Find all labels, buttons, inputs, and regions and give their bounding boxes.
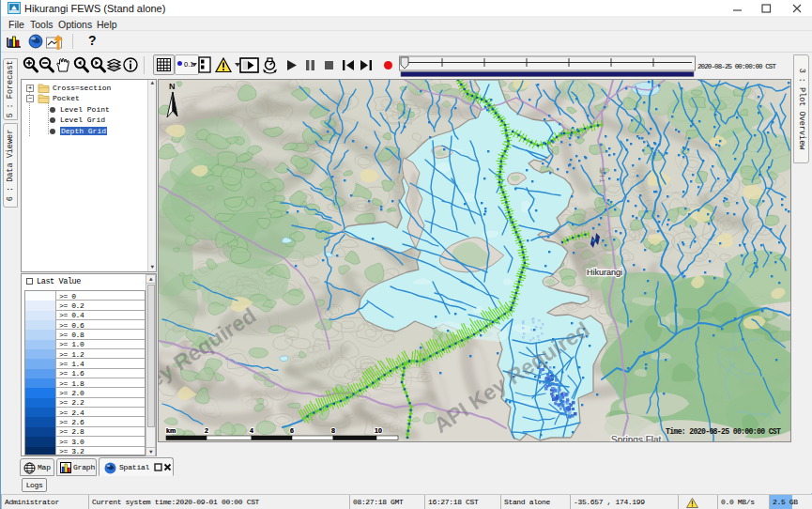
svg-text:N: N bbox=[169, 82, 176, 91]
svg-text:2020-08-25 00:00:00 CST: 2020-08-25 00:00:00 CST bbox=[697, 63, 776, 70]
svg-text:Springs Flat: Springs Flat bbox=[611, 435, 662, 441]
svg-text:6: 6 bbox=[290, 427, 294, 434]
svg-text:SH 1: SH 1 bbox=[598, 167, 606, 183]
svg-text:Time: 2020-08-25 00:00:00 CST: Time: 2020-08-25 00:00:00 CST bbox=[666, 427, 781, 436]
svg-text:4: 4 bbox=[250, 427, 253, 434]
svg-text:2: 2 bbox=[205, 427, 208, 434]
svg-text:Hikurangi: Hikurangi bbox=[587, 268, 622, 277]
svg-text:km: km bbox=[166, 427, 176, 434]
svg-text:10: 10 bbox=[375, 427, 382, 434]
svg-text:8: 8 bbox=[331, 427, 335, 434]
